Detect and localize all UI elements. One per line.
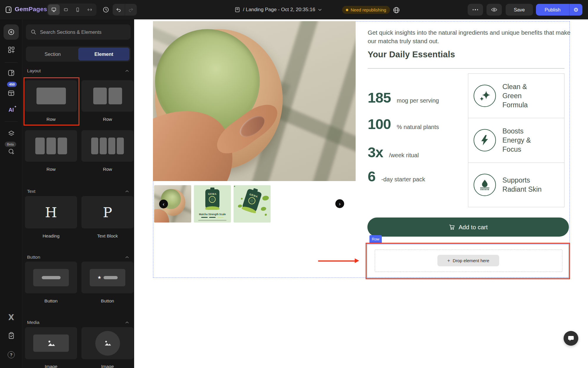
- tab-element[interactable]: Element: [78, 48, 129, 61]
- chevron-up-icon[interactable]: [125, 190, 129, 193]
- drop-element-button[interactable]: + Drop element here: [437, 255, 499, 266]
- search-icon: [31, 29, 36, 35]
- element-label: Row: [25, 167, 77, 172]
- chevron-right-icon: ›: [339, 201, 341, 206]
- tab-section[interactable]: Section: [27, 48, 78, 61]
- stat-row[interactable]: 3x /week ritual: [368, 144, 419, 162]
- grid-add-icon: [7, 46, 15, 54]
- element-row-2col[interactable]: [81, 80, 134, 112]
- product-main-image[interactable]: [153, 21, 356, 181]
- row-preview-shape: [93, 88, 107, 104]
- gempages-logo-icon[interactable]: [5, 6, 12, 14]
- more-options-button[interactable]: [468, 4, 483, 16]
- chevron-up-icon[interactable]: [125, 321, 129, 324]
- row-element-badge[interactable]: Row: [369, 235, 382, 243]
- logo-wordmark[interactable]: GemPages 7: [15, 6, 52, 13]
- element-row-3col[interactable]: [25, 130, 77, 162]
- element-image[interactable]: [25, 327, 77, 359]
- interactions-rail-button[interactable]: [0, 148, 22, 155]
- checklist-rail-button[interactable]: [0, 332, 22, 339]
- element-label: Button: [81, 298, 134, 304]
- status-badge: Need republishing: [342, 6, 390, 14]
- add-element-rail-button[interactable]: [0, 24, 22, 40]
- button-pill-shape: [104, 276, 118, 279]
- theme-styles-rail-button[interactable]: [0, 69, 22, 77]
- device-responsive-icon[interactable]: [84, 4, 96, 15]
- splash-shape: [238, 205, 242, 208]
- chevron-up-icon[interactable]: [125, 70, 129, 72]
- device-mobile-icon[interactable]: [72, 4, 84, 15]
- add-to-cart-button[interactable]: Add to cart: [367, 218, 569, 237]
- carousel-next-button[interactable]: ›: [335, 199, 344, 208]
- support-chat-button[interactable]: [564, 331, 578, 346]
- sections-library-rail-button[interactable]: [0, 46, 22, 54]
- row-preview-shape: [100, 138, 107, 154]
- left-icon-rail: 450 AI Beta X ?: [0, 19, 22, 368]
- element-button-icon[interactable]: [81, 262, 134, 293]
- carousel-prev-button[interactable]: ‹: [159, 200, 168, 208]
- image-circle-preview: [95, 331, 120, 356]
- annotation-arrow: [318, 260, 356, 262]
- button-pill-shape: [42, 276, 61, 279]
- templates-rail-button[interactable]: [0, 89, 22, 97]
- device-laptop-icon[interactable]: [60, 4, 72, 15]
- preview-button[interactable]: [487, 4, 502, 16]
- more-options-icon: [473, 9, 478, 10]
- lightning-icon: [474, 129, 496, 151]
- element-label: Image: [25, 364, 77, 368]
- heading-glyph: H: [45, 204, 57, 220]
- stat-row[interactable]: 100 % natural plants: [368, 116, 439, 133]
- chevron-up-icon[interactable]: [125, 256, 129, 258]
- ai-sparkle-icon: AI: [9, 107, 14, 113]
- stat-row[interactable]: 185 mog per serving: [368, 89, 439, 107]
- element-button[interactable]: [25, 262, 77, 293]
- product-heading[interactable]: Your Daily Essentials: [368, 50, 455, 59]
- undo-redo-group: [113, 4, 137, 16]
- x-social-rail-button[interactable]: X: [0, 313, 22, 322]
- undo-button[interactable]: [113, 4, 125, 16]
- feature-card-clean-formula[interactable]: Clean & Green Formula: [468, 74, 564, 118]
- redo-button[interactable]: [125, 4, 137, 16]
- element-image-circle[interactable]: [81, 327, 134, 359]
- pouch-strip-shape: [241, 205, 256, 213]
- chevron-down-icon: [318, 9, 322, 11]
- stat-value: 3x: [368, 144, 383, 160]
- element-label: Button: [25, 298, 77, 304]
- publish-button[interactable]: Publish: [536, 4, 569, 16]
- pouch-emblem: [247, 196, 256, 205]
- row-preview-shape: [46, 138, 56, 154]
- element-row-4col[interactable]: [81, 130, 134, 162]
- gallery-thumbnail-3[interactable]: GEMA: [234, 185, 271, 223]
- search-input[interactable]: [40, 29, 126, 35]
- product-intro-text[interactable]: Get quick insights into the natural ingr…: [368, 28, 574, 45]
- breadcrumb[interactable]: / Landing Page - Oct 2, 20:35:16: [234, 0, 322, 19]
- page-canvas[interactable]: GEMA Matcha Strength Scale GEMA ‹: [134, 19, 588, 368]
- element-label: Image: [81, 364, 134, 368]
- version-history-icon[interactable]: [100, 4, 112, 16]
- click-target-icon: [8, 148, 15, 155]
- save-button[interactable]: Save: [506, 4, 533, 16]
- fineprint-placeholder: [198, 220, 226, 221]
- selected-element-highlight: [24, 77, 79, 126]
- feature-card-energy-focus[interactable]: Boosts Energy & Focus: [468, 118, 564, 162]
- device-desktop-icon[interactable]: [48, 4, 60, 15]
- layers-icon: [8, 130, 15, 137]
- stat-row[interactable]: 6 -day starter pack: [368, 168, 425, 186]
- stat-value: 100: [368, 116, 391, 132]
- view-live-globe-icon[interactable]: [392, 6, 400, 14]
- feature-card-radiant-skin[interactable]: Supports Radiant Skin: [468, 163, 564, 207]
- gallery-thumbnail-2[interactable]: GEMA Matcha Strength Scale: [194, 185, 231, 223]
- layers-rail-button[interactable]: [0, 130, 22, 137]
- element-text-block[interactable]: P: [81, 196, 134, 228]
- pouch-emblem: [209, 196, 216, 203]
- element-heading[interactable]: H: [25, 196, 77, 228]
- row-preview-shape: [109, 88, 122, 104]
- pouch-shape: GEMA: [241, 188, 262, 214]
- elements-sidebar: Section Element Layout Row Row Row Row T…: [22, 19, 134, 368]
- ai-assistant-rail-button[interactable]: AI: [0, 107, 22, 113]
- help-rail-button[interactable]: ?: [0, 351, 22, 358]
- gear-icon: ⚙: [573, 6, 578, 13]
- chevron-left-icon: ‹: [163, 202, 164, 207]
- publish-settings-button[interactable]: ⚙: [569, 4, 582, 16]
- drop-skin-icon: [474, 174, 496, 196]
